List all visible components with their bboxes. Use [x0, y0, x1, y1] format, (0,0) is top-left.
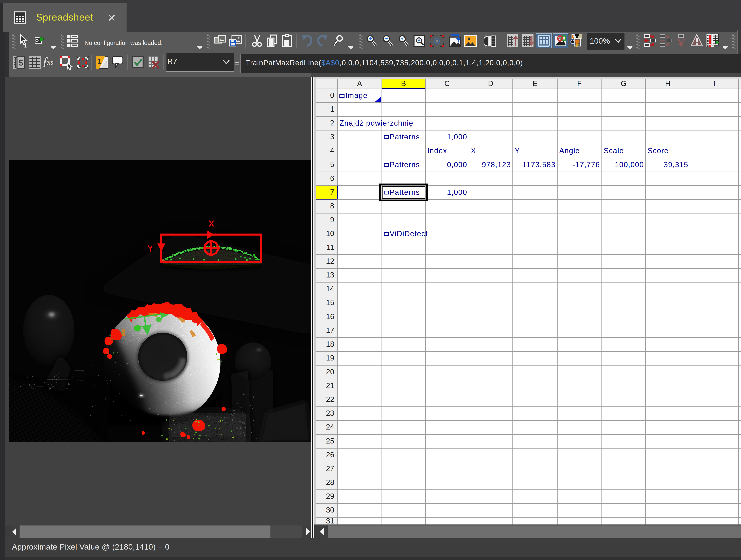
svg-text:$: $ [18, 58, 23, 67]
svg-text:1: 1 [97, 57, 102, 65]
svg-text:1: 1 [24, 43, 27, 49]
